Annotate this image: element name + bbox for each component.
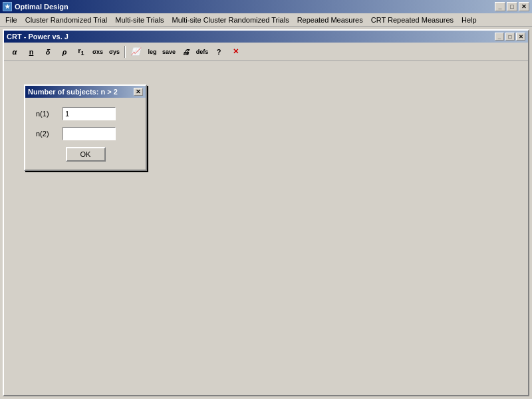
n1-row: n(1)	[36, 107, 135, 120]
app-title-bar: ★ Optimal Design _ □ ✕	[0, 0, 532, 13]
app-title-left: ★ Optimal Design	[3, 2, 68, 11]
legend-btn[interactable]: leg	[144, 45, 160, 59]
toolbar: α n δ ρ r1 σxs σys 📈 leg save 🖨 defs ? ✕	[4, 43, 528, 61]
app-close-btn[interactable]: ✕	[519, 2, 529, 11]
n-btn[interactable]: n	[23, 45, 39, 59]
menu-file[interactable]: File	[1, 15, 21, 25]
graph-btn[interactable]: 📈	[128, 45, 144, 59]
n2-row: n(2)	[36, 127, 135, 140]
menu-multisite-cluster[interactable]: Multi-site Cluster Randomized Trials	[168, 15, 293, 25]
app-maximize-btn[interactable]: □	[507, 2, 517, 11]
inner-content: Number of subjects: n > 2 ✕ n(1) n(2) OK	[4, 61, 528, 395]
defs-btn[interactable]: defs	[194, 45, 210, 59]
print-btn[interactable]: 🖨	[178, 45, 194, 59]
app-title-buttons: _ □ ✕	[495, 2, 529, 11]
app-icon: ★	[3, 2, 12, 11]
toolbar-sep-1	[124, 46, 126, 58]
inner-maximize-btn[interactable]: □	[505, 33, 515, 41]
menu-repeated-measures[interactable]: Repeated Measures	[293, 15, 367, 25]
sys-btn[interactable]: σys	[106, 45, 122, 59]
menu-crt-repeated-measures[interactable]: CRT Repeated Measures	[367, 15, 458, 25]
help-btn[interactable]: ?	[211, 45, 227, 59]
inner-title-bar: CRT - Power vs. J _ □ ✕	[4, 31, 528, 43]
rho-btn[interactable]: ρ	[57, 45, 72, 59]
app-minimize-btn[interactable]: _	[495, 2, 505, 11]
n2-label: n(2)	[36, 130, 57, 138]
inner-window: CRT - Power vs. J _ □ ✕ α n δ ρ r1 σxs σ…	[3, 29, 529, 396]
menu-help[interactable]: Help	[458, 15, 481, 25]
number-of-subjects-dialog: Number of subjects: n > 2 ✕ n(1) n(2) OK	[24, 84, 147, 171]
delta-btn[interactable]: δ	[40, 45, 56, 59]
menu-bar: File Cluster Randomized Trial Multi-site…	[0, 13, 532, 27]
app-title: Optimal Design	[15, 3, 68, 11]
n2-input[interactable]	[63, 127, 116, 140]
n1-label: n(1)	[36, 110, 57, 118]
main-area: CRT - Power vs. J _ □ ✕ α n δ ρ r1 σxs σ…	[0, 27, 532, 399]
alpha-btn[interactable]: α	[7, 45, 23, 59]
save-btn[interactable]: save	[161, 45, 177, 59]
r1-btn[interactable]: r1	[73, 45, 89, 59]
dialog-title-bar: Number of subjects: n > 2 ✕	[25, 86, 146, 98]
dialog-title: Number of subjects: n > 2	[28, 88, 118, 96]
dialog-close-btn[interactable]: ✕	[134, 88, 143, 96]
close-toolbar-btn[interactable]: ✕	[227, 45, 243, 59]
n1-input[interactable]	[63, 107, 116, 120]
inner-close-btn[interactable]: ✕	[516, 33, 525, 41]
inner-minimize-btn[interactable]: _	[495, 33, 504, 41]
sxs-btn[interactable]: σxs	[90, 45, 106, 59]
inner-title-buttons: _ □ ✕	[495, 33, 525, 41]
menu-cluster-randomized-trial[interactable]: Cluster Randomized Trial	[21, 15, 112, 25]
dialog-buttons: OK	[36, 147, 135, 162]
dialog-content: n(1) n(2) OK	[25, 98, 146, 170]
inner-window-title: CRT - Power vs. J	[7, 33, 68, 41]
menu-multisite-trials[interactable]: Multi-site Trials	[111, 15, 168, 25]
ok-button[interactable]: OK	[66, 147, 106, 162]
